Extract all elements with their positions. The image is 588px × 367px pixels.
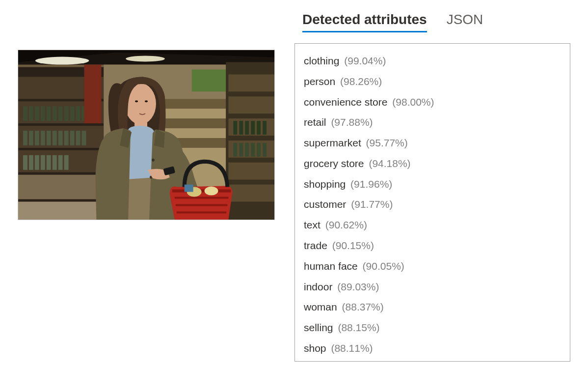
svg-rect-16 <box>47 106 51 121</box>
svg-rect-82 <box>185 185 193 192</box>
svg-rect-57 <box>233 121 237 135</box>
svg-rect-14 <box>35 106 39 121</box>
attribute-confidence: (88.37%) <box>342 301 384 312</box>
svg-rect-10 <box>18 175 104 199</box>
svg-rect-31 <box>70 131 75 145</box>
attribute-row: supermarket (95.77%) <box>304 136 561 150</box>
attribute-row: convenience store (98.00%) <box>304 95 561 109</box>
svg-rect-35 <box>29 155 33 170</box>
svg-rect-55 <box>228 163 274 180</box>
svg-rect-19 <box>64 106 69 121</box>
attribute-label: grocery store <box>304 158 364 169</box>
svg-rect-34 <box>23 155 27 170</box>
svg-rect-21 <box>76 106 80 121</box>
attribute-label: convenience store <box>304 96 387 108</box>
attribute-confidence: (98.26%) <box>340 76 382 87</box>
attribute-row: clothing (99.04%) <box>304 54 561 68</box>
attribute-row: customer (91.77%) <box>304 197 561 211</box>
attribute-confidence: (94.18%) <box>369 158 410 169</box>
svg-point-4 <box>126 56 165 62</box>
svg-rect-30 <box>64 131 69 145</box>
svg-point-81 <box>205 187 218 196</box>
image-panel <box>18 12 275 362</box>
attribute-label: indoor <box>304 281 332 292</box>
svg-point-73 <box>152 159 155 162</box>
svg-rect-47 <box>192 70 226 92</box>
svg-rect-13 <box>29 106 33 121</box>
attributes-list: clothing (99.04%) person (98.26%) conven… <box>294 43 570 362</box>
attribute-label: shopping <box>304 178 346 190</box>
attribute-confidence: (88.15%) <box>338 322 379 333</box>
svg-rect-62 <box>263 121 267 135</box>
attribute-label: shop <box>304 342 326 354</box>
svg-rect-18 <box>58 106 63 121</box>
svg-rect-48 <box>84 65 101 124</box>
svg-rect-77 <box>175 197 229 199</box>
svg-rect-78 <box>176 204 228 206</box>
attribute-row: grocery store (94.18%) <box>304 156 561 170</box>
tabs-bar: Detected attributes JSON <box>294 12 570 32</box>
main-container: Detected attributes JSON clothing (99.04… <box>0 0 588 367</box>
svg-point-70 <box>135 100 138 102</box>
svg-rect-58 <box>239 121 243 135</box>
svg-rect-66 <box>251 143 255 157</box>
attribute-confidence: (97.88%) <box>331 116 373 128</box>
attribute-row: shopping (91.96%) <box>304 177 561 191</box>
svg-rect-41 <box>64 155 69 170</box>
results-panel: Detected attributes JSON clothing (99.04… <box>294 12 570 362</box>
svg-rect-60 <box>251 121 255 135</box>
attribute-row: retail (97.88%) <box>304 115 561 129</box>
grocery-store-illustration <box>18 50 274 220</box>
svg-rect-23 <box>23 131 27 145</box>
svg-rect-25 <box>35 131 39 145</box>
attribute-confidence: (91.77%) <box>351 198 393 210</box>
svg-rect-51 <box>228 74 274 91</box>
attribute-label: human face <box>304 260 358 272</box>
attribute-label: supermarket <box>304 137 361 148</box>
svg-point-3 <box>35 57 89 65</box>
attribute-confidence: (99.04%) <box>344 55 386 66</box>
svg-rect-33 <box>82 131 86 145</box>
svg-point-71 <box>145 100 148 102</box>
svg-rect-12 <box>23 106 27 121</box>
svg-rect-67 <box>257 143 261 157</box>
attribute-row: person (98.26%) <box>304 74 561 88</box>
svg-rect-79 <box>177 211 227 213</box>
attribute-confidence: (90.62%) <box>325 219 367 230</box>
attribute-row: trade (90.15%) <box>304 238 561 253</box>
svg-rect-45 <box>165 118 229 128</box>
tab-label: Detected attributes <box>302 12 427 27</box>
svg-rect-39 <box>53 155 57 170</box>
svg-rect-59 <box>245 121 249 135</box>
attribute-confidence: (95.77%) <box>366 137 408 148</box>
attribute-label: text <box>304 219 321 230</box>
attribute-confidence: (90.05%) <box>363 260 404 272</box>
source-image <box>18 50 275 220</box>
attribute-row: text (90.62%) <box>304 218 561 232</box>
svg-rect-11 <box>18 201 104 220</box>
svg-rect-24 <box>29 131 33 145</box>
svg-rect-56 <box>228 185 274 202</box>
attribute-row: indoor (89.03%) <box>304 280 561 294</box>
attribute-confidence: (90.15%) <box>332 240 374 251</box>
svg-rect-52 <box>228 96 274 113</box>
svg-rect-63 <box>233 143 237 157</box>
attribute-row: shop (88.11%) <box>304 341 561 355</box>
svg-rect-32 <box>76 131 80 145</box>
svg-rect-44 <box>165 99 229 109</box>
attribute-label: person <box>304 76 335 87</box>
svg-rect-38 <box>47 155 51 170</box>
tab-detected-attributes[interactable]: Detected attributes <box>302 12 427 32</box>
svg-rect-17 <box>53 106 57 121</box>
svg-rect-65 <box>245 143 249 157</box>
attribute-confidence: (88.11%) <box>331 342 373 354</box>
tab-label: JSON <box>447 12 483 27</box>
svg-rect-36 <box>35 155 39 170</box>
attribute-confidence: (89.03%) <box>337 281 379 292</box>
attribute-label: retail <box>304 116 326 128</box>
tab-json[interactable]: JSON <box>447 12 483 32</box>
attribute-confidence: (98.00%) <box>392 96 434 108</box>
attribute-row: woman (88.37%) <box>304 300 561 314</box>
svg-rect-37 <box>41 155 45 170</box>
attribute-label: selling <box>304 322 333 333</box>
